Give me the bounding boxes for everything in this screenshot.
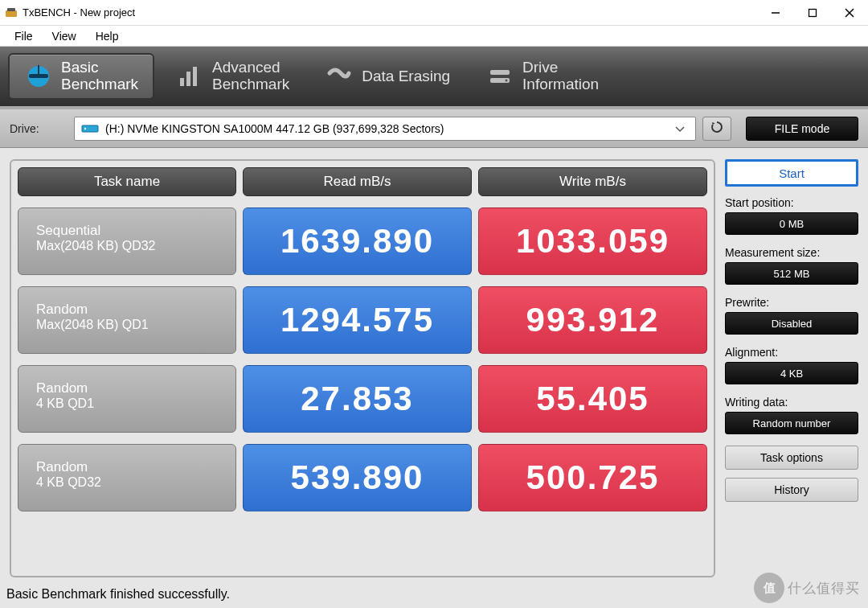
disk-icon	[81, 123, 99, 134]
drive-icon	[485, 62, 514, 91]
bars-icon	[175, 62, 204, 91]
history-button[interactable]: History	[725, 478, 858, 502]
result-row: Random 4 KB QD32 539.890 500.725	[18, 444, 707, 511]
file-mode-button[interactable]: FILE mode	[746, 117, 858, 141]
read-value: 1639.890	[243, 207, 472, 275]
result-row: Random Max(2048 KB) QD1 1294.575 993.912	[18, 286, 707, 354]
titlebar: TxBENCH - New project	[0, 0, 868, 26]
window-title: TxBENCH - New project	[23, 6, 757, 18]
svg-rect-11	[193, 67, 197, 86]
svg-rect-8	[29, 74, 48, 78]
task-line1: Random	[36, 459, 218, 475]
refresh-button[interactable]	[702, 117, 731, 141]
tab-label-line2: Benchmark	[212, 76, 289, 93]
tab-data-erasing[interactable]: Data Erasing	[310, 57, 465, 96]
task-name-cell: Random 4 KB QD32	[18, 444, 236, 511]
svg-rect-1	[7, 8, 15, 11]
tab-label-line1: Advanced	[212, 60, 289, 76]
write-value: 55.405	[478, 365, 707, 433]
results-panel: Task name Read mB/s Write mB/s Sequentia…	[10, 159, 715, 577]
window-controls	[757, 0, 868, 26]
task-line1: Sequential	[36, 223, 218, 239]
read-value: 1294.575	[243, 286, 472, 354]
measurement-size-label: Measurement size:	[725, 246, 858, 259]
status-bar: Basic Benchmark finished successfully.	[0, 584, 868, 608]
watermark: 值 什么值得买	[754, 573, 860, 603]
task-options-button[interactable]: Task options	[725, 446, 858, 470]
task-line2: Max(2048 KB) QD32	[36, 239, 218, 253]
task-name-cell: Random 4 KB QD1	[18, 365, 236, 433]
drive-select[interactable]: (H:) NVMe KINGSTON SA1000M 447.12 GB (93…	[74, 117, 696, 141]
result-row: Random 4 KB QD1 27.853 55.405	[18, 365, 707, 433]
svg-point-16	[84, 127, 86, 129]
header-task-name: Task name	[18, 167, 236, 196]
start-position-label: Start position:	[725, 196, 858, 209]
menu-view[interactable]: View	[43, 28, 86, 44]
drive-row: Drive: (H:) NVMe KINGSTON SA1000M 447.12…	[0, 109, 868, 148]
result-row: Sequential Max(2048 KB) QD32 1639.890 10…	[18, 207, 707, 275]
tab-label-line2: Information	[522, 76, 599, 93]
write-value: 1033.059	[478, 207, 707, 275]
tab-strip: Basic Benchmark Advanced Benchmark Data …	[0, 47, 868, 109]
task-name-cell: Sequential Max(2048 KB) QD32	[18, 207, 236, 275]
prewrite-value[interactable]: Disabled	[725, 312, 858, 335]
refresh-icon	[710, 120, 724, 138]
minimize-button[interactable]	[757, 0, 794, 26]
alignment-label: Alignment:	[725, 346, 858, 359]
content: Task name Read mB/s Write mB/s Sequentia…	[0, 148, 868, 584]
svg-rect-12	[490, 70, 510, 75]
tab-label-line2: Data Erasing	[362, 68, 450, 85]
tab-advanced-benchmark[interactable]: Advanced Benchmark	[161, 55, 304, 98]
menubar: File View Help	[0, 26, 868, 47]
svg-point-14	[506, 80, 508, 82]
writing-data-label: Writing data:	[725, 396, 858, 409]
drive-label: Drive:	[10, 122, 74, 135]
tab-label-line1: Drive	[522, 60, 599, 76]
maximize-button[interactable]	[794, 0, 831, 26]
watermark-badge: 值	[754, 573, 784, 603]
svg-rect-9	[180, 78, 184, 86]
write-value: 993.912	[478, 286, 707, 354]
watermark-text: 什么值得买	[788, 579, 860, 598]
menu-help[interactable]: Help	[86, 28, 129, 44]
write-value: 500.725	[478, 444, 707, 511]
tab-basic-benchmark[interactable]: Basic Benchmark	[8, 53, 154, 100]
erase-icon	[325, 62, 354, 91]
tab-label-line2: Benchmark	[61, 76, 138, 93]
task-line1: Random	[36, 302, 218, 318]
tab-drive-information[interactable]: Drive Information	[471, 55, 613, 98]
task-name-cell: Random Max(2048 KB) QD1	[18, 286, 236, 354]
task-line2: 4 KB QD1	[36, 396, 218, 411]
writing-data-value[interactable]: Random number	[725, 412, 858, 434]
task-line2: Max(2048 KB) QD1	[36, 318, 218, 332]
start-button[interactable]: Start	[725, 159, 858, 187]
svg-rect-10	[186, 72, 190, 86]
menu-file[interactable]: File	[5, 28, 43, 44]
tab-label-line1: Basic	[61, 60, 138, 76]
prewrite-label: Prewrite:	[725, 296, 858, 309]
gauge-icon	[24, 62, 53, 91]
measurement-size-value[interactable]: 512 MB	[725, 262, 858, 285]
read-value: 27.853	[243, 365, 472, 433]
alignment-value[interactable]: 4 KB	[725, 362, 858, 384]
results-header: Task name Read mB/s Write mB/s	[18, 167, 707, 196]
side-panel: Start Start position: 0 MB Measurement s…	[725, 159, 858, 577]
task-line2: 4 KB QD32	[36, 475, 218, 490]
app-icon	[5, 6, 18, 19]
header-write: Write mB/s	[478, 167, 707, 196]
task-line1: Random	[36, 380, 218, 396]
chevron-down-icon	[671, 121, 689, 136]
svg-rect-3	[809, 9, 817, 16]
read-value: 539.890	[243, 444, 472, 511]
close-button[interactable]	[831, 0, 868, 26]
header-read: Read mB/s	[243, 167, 472, 196]
start-position-value[interactable]: 0 MB	[725, 212, 858, 235]
svg-rect-0	[6, 10, 17, 17]
drive-selected-text: (H:) NVMe KINGSTON SA1000M 447.12 GB (93…	[105, 122, 671, 135]
